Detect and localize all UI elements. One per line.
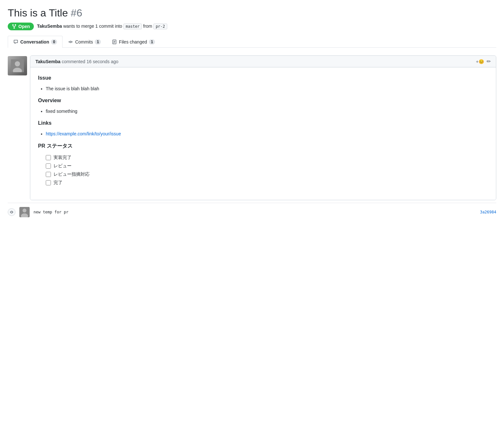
pr-title-text: This is a Title bbox=[8, 7, 68, 19]
pr-from: from bbox=[143, 24, 152, 29]
pr-action: wants to merge bbox=[63, 24, 94, 29]
pr-meta: TakuSemba wants to merge 1 commit into m… bbox=[37, 24, 167, 29]
comment-author: TakuSemba bbox=[35, 59, 61, 64]
checkbox-item-3: レビュー指摘対応 bbox=[46, 171, 488, 177]
pr-into: into bbox=[115, 24, 122, 29]
section-heading-issue: Issue bbox=[38, 75, 488, 82]
overview-list: fixed something bbox=[46, 109, 488, 114]
pr-commit-word: commit bbox=[99, 24, 114, 29]
pr-content: TakuSemba commented 16 seconds ago +😊 ✏ … bbox=[8, 55, 496, 200]
comment-header-left: TakuSemba commented 16 seconds ago bbox=[35, 59, 118, 64]
avatar-image bbox=[8, 56, 27, 75]
overview-item: fixed something bbox=[46, 109, 488, 114]
tab-conversation[interactable]: Conversation 0 bbox=[8, 36, 63, 48]
commits-icon bbox=[68, 39, 73, 44]
issue-link[interactable]: https://example.com/link/to/your/issue bbox=[46, 131, 121, 136]
checkbox-item-1: 実装完了 bbox=[46, 155, 488, 161]
svg-point-0 bbox=[70, 41, 72, 43]
checkbox-label-3: レビュー指摘対応 bbox=[53, 171, 90, 177]
comment-body: Issue The issue is blah blah blah Overvi… bbox=[30, 67, 496, 200]
commit-message: new temp for pr bbox=[34, 210, 68, 214]
commit-sha[interactable]: 3a26984 bbox=[480, 210, 496, 214]
comment-timestamp: commented 16 seconds ago bbox=[62, 59, 118, 64]
checkbox-4[interactable] bbox=[46, 180, 51, 185]
checkbox-3[interactable] bbox=[46, 172, 51, 177]
pr-author: TakuSemba bbox=[37, 24, 62, 29]
checkbox-label-1: 実装完了 bbox=[53, 155, 72, 161]
section-heading-links: Links bbox=[38, 120, 488, 127]
tab-commits[interactable]: Commits 1 bbox=[63, 36, 106, 48]
git-merge-icon bbox=[12, 24, 17, 29]
checkbox-item-4: 完了 bbox=[46, 180, 488, 186]
open-badge: Open bbox=[8, 23, 34, 30]
tab-commits-count: 1 bbox=[95, 39, 101, 44]
checkbox-1[interactable] bbox=[46, 155, 51, 160]
svg-point-8 bbox=[15, 61, 20, 66]
checkbox-2[interactable] bbox=[46, 163, 51, 169]
files-changed-icon bbox=[112, 39, 117, 44]
checkbox-item-2: レビュー bbox=[46, 163, 488, 169]
comment-header-actions: +😊 ✏ bbox=[476, 58, 491, 64]
add-reaction-button[interactable]: +😊 bbox=[476, 59, 484, 64]
timeline-item: new temp for pr 3a26984 bbox=[8, 203, 496, 221]
pr-number: #6 bbox=[71, 7, 82, 19]
section-heading-overview: Overview bbox=[38, 98, 488, 105]
open-label: Open bbox=[18, 24, 30, 29]
edit-button[interactable]: ✏ bbox=[487, 58, 491, 64]
timeline-avatar bbox=[19, 207, 30, 217]
timeline-dot bbox=[8, 208, 15, 216]
checkbox-label-2: レビュー bbox=[53, 163, 72, 169]
comment-box: TakuSemba commented 16 seconds ago +😊 ✏ … bbox=[30, 55, 496, 200]
pr-commit-count: 1 bbox=[95, 24, 98, 29]
pr-tabs: Conversation 0 Commits 1 Files changed 1 bbox=[8, 35, 496, 48]
tab-files-changed[interactable]: Files changed 1 bbox=[106, 36, 160, 48]
pr-status-bar: Open TakuSemba wants to merge 1 commit i… bbox=[8, 23, 496, 30]
conversation-icon bbox=[13, 39, 18, 44]
pr-title: This is a Title #6 bbox=[8, 6, 496, 19]
pr-target-branch: master bbox=[123, 24, 142, 29]
svg-point-10 bbox=[11, 211, 13, 213]
pr-source-branch: pr-2 bbox=[153, 24, 167, 29]
section-heading-pr-status: PR ステータス bbox=[38, 143, 488, 151]
tab-files-changed-count: 1 bbox=[149, 39, 155, 44]
tab-conversation-count: 0 bbox=[51, 39, 57, 44]
avatar bbox=[8, 56, 27, 75]
link-item: https://example.com/link/to/your/issue bbox=[46, 131, 488, 136]
issue-list: The issue is blah blah blah bbox=[46, 86, 488, 91]
tab-files-changed-label: Files changed bbox=[119, 39, 147, 44]
tab-commits-label: Commits bbox=[75, 39, 93, 44]
svg-point-14 bbox=[23, 209, 26, 212]
comment-header: TakuSemba commented 16 seconds ago +😊 ✏ bbox=[30, 56, 496, 67]
checkbox-label-4: 完了 bbox=[53, 180, 63, 186]
avatar-svg bbox=[11, 59, 24, 72]
links-list: https://example.com/link/to/your/issue bbox=[46, 131, 488, 136]
issue-item: The issue is blah blah blah bbox=[46, 86, 488, 91]
pr-status-checklist: 実装完了 レビュー レビュー指摘対応 完了 bbox=[46, 155, 488, 186]
tab-conversation-label: Conversation bbox=[20, 39, 49, 44]
commit-dot-icon bbox=[10, 210, 14, 214]
